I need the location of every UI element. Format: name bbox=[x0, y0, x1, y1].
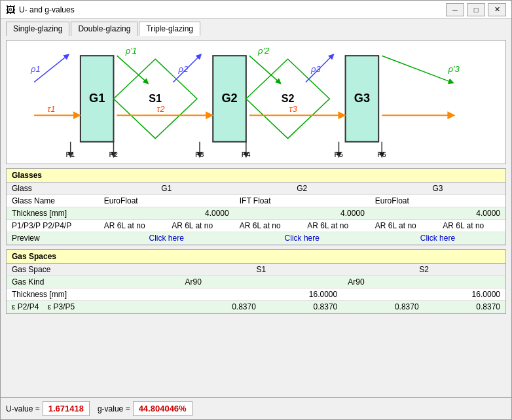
svg-text:ρ'3: ρ'3 bbox=[447, 64, 460, 74]
svg-text:τ3: τ3 bbox=[289, 104, 298, 114]
svg-line-11 bbox=[117, 56, 147, 82]
window-title: U- and g-values bbox=[19, 5, 75, 14]
u-value-display: 1.671418 bbox=[43, 401, 90, 416]
svg-text:P3: P3 bbox=[195, 150, 204, 158]
tab-bar: Single-glazing Double-glazing Triple-gla… bbox=[1, 19, 511, 36]
glasses-preview-row: Preview Click here Click here Click here bbox=[7, 232, 505, 245]
gas-spaces-section: Gas Spaces Gas Space S1 S2 Gas Kind Ar90… bbox=[6, 249, 506, 314]
title-controls: ─ □ ✕ bbox=[446, 3, 506, 16]
svg-text:P6: P6 bbox=[377, 150, 386, 158]
glasses-coating-g2a: AR 6L at no bbox=[234, 220, 302, 232]
glasses-coating-g2b: AR 6L at no bbox=[302, 220, 370, 232]
svg-line-15 bbox=[382, 56, 451, 82]
svg-text:S1: S1 bbox=[149, 92, 162, 104]
gas-thickness-label: Thickness [mm] bbox=[7, 289, 180, 301]
glasses-name-label: Glass Name bbox=[7, 195, 99, 207]
svg-text:ρ1: ρ1 bbox=[30, 64, 41, 74]
gas-emissivity-v1: 0.8370 bbox=[180, 301, 261, 313]
glasses-coating-label: P1/P3/P P2/P4/P bbox=[7, 220, 99, 232]
content-area: G1 G2 G3 S1 S2 bbox=[1, 36, 511, 397]
glasses-col-header-row: Glass G1 G2 G3 bbox=[7, 183, 505, 195]
glasses-thickness-g1: 4.0000 bbox=[99, 207, 234, 220]
svg-text:τ2: τ2 bbox=[156, 104, 165, 114]
glasses-col-g3: G3 bbox=[370, 183, 505, 195]
u-value: 1.671418 bbox=[48, 404, 84, 413]
gas-kind-s2: Ar90 bbox=[342, 276, 505, 289]
svg-text:S2: S2 bbox=[282, 92, 295, 104]
svg-text:ρ'1: ρ'1 bbox=[125, 46, 137, 56]
diagram-container: G1 G2 G3 S1 S2 bbox=[6, 40, 506, 164]
svg-text:τ1: τ1 bbox=[47, 104, 55, 114]
gas-kind-s1: Ar90 bbox=[180, 276, 343, 289]
glasses-name-g1: EuroFloat bbox=[99, 195, 234, 207]
tab-triple-glazing[interactable]: Triple-glazing bbox=[139, 22, 200, 36]
glasses-thickness-row: Thickness [mm] 4.0000 4.0000 4.0000 bbox=[7, 207, 505, 220]
glasses-col-g1: G1 bbox=[99, 183, 234, 195]
glasses-col-label: Glass bbox=[7, 183, 99, 195]
glasses-preview-label: Preview bbox=[7, 232, 99, 245]
svg-text:P2: P2 bbox=[109, 150, 118, 158]
glasses-preview-g2[interactable]: Click here bbox=[234, 232, 370, 245]
svg-text:P5: P5 bbox=[334, 150, 343, 158]
g-value-display: 44.804046% bbox=[133, 401, 192, 416]
gas-emissivity-v2: 0.8370 bbox=[261, 301, 342, 313]
title-bar: 🖼 U- and g-values ─ □ ✕ bbox=[1, 1, 511, 19]
g-value: 44.804046% bbox=[139, 404, 187, 413]
gas-emissivity-label: ε P2/P4 ε P3/P5 bbox=[7, 301, 180, 313]
glasses-preview-g1[interactable]: Click here bbox=[99, 232, 234, 245]
gas-kind-row: Gas Kind Ar90 Ar90 bbox=[7, 276, 505, 289]
gas-spaces-table: Gas Space S1 S2 Gas Kind Ar90 Ar90 Thick… bbox=[7, 264, 505, 313]
glasses-preview-g3[interactable]: Click here bbox=[370, 232, 505, 245]
gas-space-col-s1: S1 bbox=[180, 264, 343, 276]
svg-line-13 bbox=[249, 56, 280, 82]
gas-spaces-section-header: Gas Spaces bbox=[7, 250, 505, 264]
glasses-thickness-label: Thickness [mm] bbox=[7, 207, 99, 220]
glasses-coating-g1b: AR 6L at no bbox=[166, 220, 234, 232]
title-bar-left: 🖼 U- and g-values bbox=[6, 5, 75, 15]
gas-space-col-s2: S2 bbox=[342, 264, 505, 276]
u-value-label: U-value = bbox=[6, 404, 40, 413]
svg-text:ρ2: ρ2 bbox=[178, 64, 189, 74]
maximize-button[interactable]: □ bbox=[467, 3, 485, 16]
svg-text:G1: G1 bbox=[89, 92, 105, 105]
g-value-label: g-value = bbox=[98, 404, 130, 413]
bottom-bar: U-value = 1.671418 g-value = 44.804046% bbox=[1, 397, 511, 419]
glasses-section: Glasses Glass G1 G2 G3 Glass Name EuroFl… bbox=[6, 168, 506, 245]
svg-text:G3: G3 bbox=[354, 92, 370, 105]
close-button[interactable]: ✕ bbox=[488, 3, 506, 16]
glasses-table: Glass G1 G2 G3 Glass Name EuroFloat IFT … bbox=[7, 183, 505, 245]
glasses-col-g2: G2 bbox=[234, 183, 370, 195]
tab-single-glazing[interactable]: Single-glazing bbox=[6, 22, 69, 36]
svg-text:P4: P4 bbox=[242, 150, 251, 158]
glasses-name-g3: EuroFloat bbox=[370, 195, 505, 207]
svg-text:P1: P1 bbox=[66, 150, 75, 158]
glasses-thickness-g3: 4.0000 bbox=[370, 207, 505, 220]
svg-text:ρ3: ρ3 bbox=[310, 64, 321, 74]
gas-emissivity-v3: 0.8370 bbox=[342, 301, 424, 313]
app-icon: 🖼 bbox=[6, 5, 15, 15]
gas-emissivity-row: ε P2/P4 ε P3/P5 0.8370 0.8370 0.8370 0.8… bbox=[7, 301, 505, 313]
glasses-coating-g3a: AR 6L at no bbox=[370, 220, 438, 232]
svg-text:ρ'2: ρ'2 bbox=[257, 46, 270, 56]
glasses-coating-row: P1/P3/P P2/P4/P AR 6L at no AR 6L at no … bbox=[7, 220, 505, 232]
glasses-coating-g1a: AR 6L at no bbox=[99, 220, 167, 232]
glasses-name-g2: IFT Float bbox=[234, 195, 370, 207]
svg-text:G2: G2 bbox=[221, 92, 237, 105]
gas-space-col-header-row: Gas Space S1 S2 bbox=[7, 264, 505, 276]
gas-thickness-row: Thickness [mm] 16.0000 16.0000 bbox=[7, 289, 505, 301]
gas-thickness-s1: 16.0000 bbox=[180, 289, 343, 301]
gas-thickness-s2: 16.0000 bbox=[342, 289, 505, 301]
tab-double-glazing[interactable]: Double-glazing bbox=[71, 22, 137, 36]
minimize-button[interactable]: ─ bbox=[446, 3, 464, 16]
gas-space-col-label: Gas Space bbox=[7, 264, 180, 276]
glasses-thickness-g2: 4.0000 bbox=[234, 207, 370, 220]
gas-emissivity-v4: 0.8370 bbox=[424, 301, 505, 313]
main-window: 🖼 U- and g-values ─ □ ✕ Single-glazing D… bbox=[0, 0, 512, 420]
glazing-diagram: G1 G2 G3 S1 S2 bbox=[12, 46, 500, 158]
gas-kind-label: Gas Kind bbox=[7, 276, 180, 289]
glasses-section-header: Glasses bbox=[7, 169, 505, 183]
glasses-name-row: Glass Name EuroFloat IFT Float EuroFloat bbox=[7, 195, 505, 207]
glasses-coating-g3b: AR 6L at no bbox=[437, 220, 505, 232]
